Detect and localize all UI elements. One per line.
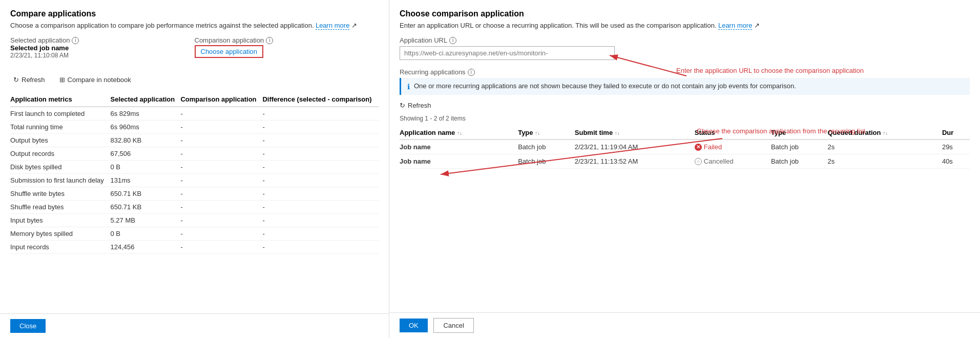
app-row1-type: Batch job [518, 140, 575, 154]
url-field-label: Application URL i [400, 36, 970, 44]
ok-button[interactable]: OK [400, 319, 428, 332]
metrics-cell-col1: 832.80 KB [111, 134, 181, 147]
notebook-icon: ⊞ [59, 76, 65, 84]
metrics-cell-col2: - [180, 134, 262, 147]
metrics-cell-col2: - [180, 201, 262, 214]
app-row1-type2: Batch job [771, 140, 828, 154]
recurring-refresh-button[interactable]: ↻ Refresh [400, 100, 970, 111]
metrics-cell-col0: First launch to completed [10, 107, 111, 121]
metrics-cell-col0: Memory bytes spilled [10, 227, 111, 241]
app-row2-type: Batch job [518, 154, 575, 169]
metrics-cell-col1: 650.71 KB [111, 187, 181, 201]
metrics-cell-col3: - [262, 241, 379, 254]
app-col-type: Type ↑↓ [518, 126, 575, 140]
info-banner: ℹ One or more recurring applications are… [400, 78, 970, 95]
app-col-name: Application name ↑↓ [400, 126, 518, 140]
annotation-list-text: Choose the comparison application from t… [697, 127, 865, 135]
metrics-cell-col3: - [262, 174, 379, 187]
col-header-metrics: Application metrics [10, 92, 111, 107]
metrics-cell-col3: - [262, 107, 379, 121]
metrics-cell-col2: - [180, 107, 262, 121]
app-row2-type2: Batch job [771, 154, 828, 169]
app-row2-dur: 40s [942, 154, 970, 169]
compare-notebook-button[interactable]: ⊞ Compare in notebook [56, 74, 134, 85]
metrics-cell-col1: 6s 829ms [111, 107, 181, 121]
metrics-table: Application metrics Selected application… [10, 92, 379, 254]
cancel-button[interactable]: Cancel [433, 318, 473, 333]
metrics-cell-col0: Shuffle write bytes [10, 187, 111, 201]
app-row2-name: Job name [400, 154, 518, 169]
selected-app-info-icon: i [72, 37, 79, 44]
cancelled-icon: ○ [695, 158, 702, 165]
left-bottom-bar: Close [0, 313, 389, 338]
right-learn-more-link[interactable]: Learn more [718, 22, 752, 30]
metrics-cell-col3: - [262, 134, 379, 147]
metrics-cell-col2: - [180, 187, 262, 201]
table-row: Total running time6s 960ms-- [10, 121, 379, 134]
metrics-cell-col3: - [262, 187, 379, 201]
app-row1-dur: 29s [942, 140, 970, 154]
metrics-cell-col1: 0 B [111, 227, 181, 241]
metrics-cell-col0: Output bytes [10, 134, 111, 147]
metrics-cell-col0: Shuffle read bytes [10, 201, 111, 214]
showing-text: Showing 1 - 2 of 2 items [400, 115, 970, 122]
close-button[interactable]: Close [10, 319, 46, 333]
right-panel-title: Choose comparison application [400, 9, 970, 18]
selected-app-name: Selected job name [10, 44, 195, 52]
app-row1-queued: 2s [828, 140, 942, 154]
choose-application-button[interactable]: Choose application [195, 45, 264, 58]
metrics-cell-col2: - [180, 147, 262, 161]
table-row[interactable]: Job name Batch job 2/23/21, 11:19:04 AM … [400, 140, 970, 154]
left-panel-subtitle: Choose a comparison application to compa… [10, 22, 379, 29]
right-bottom-bar: OK Cancel [389, 312, 980, 338]
metrics-cell-col1: 650.71 KB [111, 201, 181, 214]
metrics-cell-col1: 5.27 MB [111, 214, 181, 227]
table-row: Input records124,456-- [10, 241, 379, 254]
metrics-cell-col0: Input records [10, 241, 111, 254]
recurring-info-icon: i [468, 69, 475, 76]
metrics-cell-col2: - [180, 161, 262, 174]
table-row: Memory bytes spilled0 B-- [10, 227, 379, 241]
col-header-comparison: Comparison application [180, 92, 262, 107]
table-row: Output bytes832.80 KB-- [10, 134, 379, 147]
metrics-cell-col2: - [180, 214, 262, 227]
metrics-cell-col0: Submission to first launch delay [10, 174, 111, 187]
metrics-cell-col2: - [180, 121, 262, 134]
metrics-cell-col0: Input bytes [10, 214, 111, 227]
app-row1-name: Job name [400, 140, 518, 154]
table-row: Submission to first launch delay131ms-- [10, 174, 379, 187]
app-col-submit: Submit time ↑↓ [575, 126, 695, 140]
left-learn-more-link[interactable]: Learn more [316, 22, 349, 30]
metrics-cell-col2: - [180, 227, 262, 241]
metrics-cell-col2: - [180, 174, 262, 187]
metrics-cell-col1: 0 B [111, 161, 181, 174]
right-panel: Enter the application URL to choose the … [389, 0, 980, 338]
app-row2-queued: 2s [828, 154, 942, 169]
table-row: Shuffle read bytes650.71 KB-- [10, 201, 379, 214]
refresh-button[interactable]: ↻ Refresh [10, 74, 48, 85]
application-table: Application name ↑↓ Type ↑↓ Submit time … [400, 126, 970, 169]
app-row2-submit: 2/23/21, 11:13:52 AM [575, 154, 695, 169]
left-toolbar: ↻ Refresh ⊞ Compare in notebook [10, 74, 379, 85]
table-row[interactable]: Job name Batch job 2/23/21, 11:13:52 AM … [400, 154, 970, 169]
table-row: Shuffle write bytes650.71 KB-- [10, 187, 379, 201]
refresh-icon: ↻ [13, 76, 19, 84]
col-header-difference: Difference (selected - comparison) [262, 92, 379, 107]
metrics-cell-col2: - [180, 241, 262, 254]
info-banner-icon: ℹ [407, 83, 410, 91]
metrics-cell-col3: - [262, 201, 379, 214]
col-header-selected: Selected application [111, 92, 181, 107]
table-row: Output records67,506-- [10, 147, 379, 161]
metrics-cell-col1: 6s 960ms [111, 121, 181, 134]
recurring-refresh-icon: ↻ [400, 102, 405, 109]
comparison-app-label: Comparison application i [195, 36, 379, 44]
comparison-app-section: Comparison application i Choose applicat… [195, 36, 379, 65]
url-info-icon: i [449, 37, 456, 44]
metrics-cell-col0: Total running time [10, 121, 111, 134]
application-url-input[interactable] [400, 46, 615, 60]
app-table-scroll: Application name ↑↓ Type ↑↓ Submit time … [400, 126, 970, 312]
metrics-cell-col1: 67,506 [111, 147, 181, 161]
selected-app-label: Selected application i [10, 36, 195, 44]
metrics-cell-col3: - [262, 214, 379, 227]
left-panel-title: Compare applications [10, 9, 379, 18]
